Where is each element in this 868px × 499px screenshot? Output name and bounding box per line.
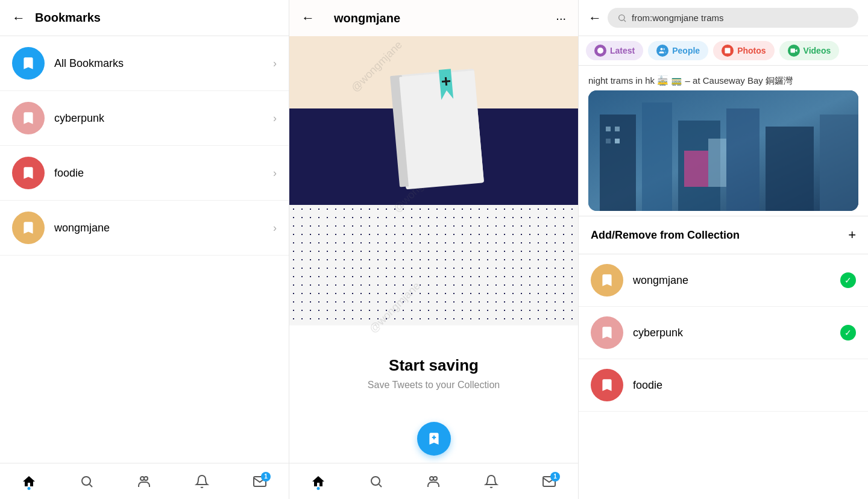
profile-nav-communities[interactable] bbox=[426, 474, 441, 489]
svg-point-0 bbox=[82, 477, 90, 485]
search-back-button[interactable]: ← bbox=[588, 10, 602, 26]
bookmark-item-cyberpunk[interactable]: cyberpunk › bbox=[0, 91, 289, 146]
check-wongmjane: ✓ bbox=[840, 272, 856, 288]
book-illustration bbox=[368, 54, 500, 225]
bookmarks-title: Bookmarks bbox=[35, 11, 101, 25]
svg-rect-26 bbox=[642, 102, 672, 211]
svg-line-17 bbox=[624, 20, 626, 22]
profile-nav-dot bbox=[316, 487, 319, 490]
back-button[interactable]: ← bbox=[12, 10, 25, 26]
tab-latest-label: Latest bbox=[610, 46, 635, 55]
bookmark-icon-wongmjane bbox=[12, 212, 45, 244]
svg-marker-22 bbox=[795, 49, 797, 52]
more-options-button[interactable]: ··· bbox=[556, 11, 566, 25]
nav-notifications[interactable] bbox=[195, 474, 209, 489]
panel-search: ← from:wongmjane trams Latest People Pho… bbox=[579, 0, 868, 499]
videos-icon bbox=[788, 45, 800, 57]
search-input-box[interactable]: from:wongmjane trams bbox=[608, 8, 858, 28]
profile-header: ← wongmjane ··· bbox=[289, 0, 578, 36]
svg-line-9 bbox=[442, 81, 450, 81]
tab-photos[interactable]: Photos bbox=[713, 41, 774, 60]
cta-title: Start saving bbox=[289, 356, 578, 375]
bottom-nav-panel1: 1 bbox=[0, 463, 289, 499]
panel-bookmarks: ← Bookmarks All Bookmarks › cyberpunk › … bbox=[0, 0, 289, 499]
svg-point-12 bbox=[371, 477, 380, 485]
collection-icon-cyberpunk bbox=[591, 316, 623, 349]
svg-rect-35 bbox=[684, 151, 708, 187]
add-collection-button[interactable]: + bbox=[848, 227, 856, 243]
nav-messages[interactable]: 1 bbox=[253, 474, 267, 489]
collection-icon-wongmjane bbox=[591, 264, 623, 297]
latest-icon bbox=[594, 45, 606, 57]
svg-rect-31 bbox=[606, 127, 611, 131]
chevron-icon: › bbox=[273, 222, 277, 234]
collection-label-cyberpunk: cyberpunk bbox=[633, 327, 840, 339]
bookmark-item-wongmjane[interactable]: wongmjane › bbox=[0, 201, 289, 256]
svg-point-21 bbox=[726, 49, 728, 51]
nav-communities[interactable] bbox=[137, 474, 151, 489]
bookmark-icon-all bbox=[12, 47, 45, 80]
collection-header: Add/Remove from Collection + bbox=[579, 216, 868, 254]
bookmark-icon-cyberpunk bbox=[12, 102, 45, 134]
bookmark-list: All Bookmarks › cyberpunk › foodie › won… bbox=[0, 36, 289, 463]
search-result-text: night trams in hk 🚋 🚃 – at Causeway Bay … bbox=[579, 66, 868, 90]
search-result-image bbox=[588, 90, 858, 211]
svg-rect-23 bbox=[790, 49, 795, 53]
check-cyberpunk: ✓ bbox=[840, 325, 856, 341]
tab-people-label: People bbox=[672, 46, 700, 55]
svg-rect-33 bbox=[606, 139, 611, 143]
profile-back-button[interactable]: ← bbox=[301, 10, 315, 26]
nav-dot bbox=[27, 487, 30, 490]
profile-title: wongmjane bbox=[334, 11, 400, 25]
profile-nav-search[interactable] bbox=[369, 474, 383, 489]
collection-label-wongmjane: wongmjane bbox=[633, 274, 840, 287]
svg-line-13 bbox=[379, 484, 381, 486]
svg-point-19 bbox=[661, 48, 663, 51]
svg-rect-28 bbox=[726, 108, 760, 211]
bookmark-item-foodie[interactable]: foodie › bbox=[0, 146, 289, 201]
svg-point-15 bbox=[433, 477, 437, 480]
profile-nav-messages[interactable]: 1 bbox=[542, 474, 556, 489]
profile-nav-home[interactable] bbox=[311, 474, 326, 489]
svg-rect-29 bbox=[766, 127, 814, 211]
tab-photos-label: Photos bbox=[737, 46, 766, 55]
svg-rect-32 bbox=[615, 127, 620, 131]
profile-header-left: ← wongmjane bbox=[301, 10, 400, 26]
filter-tabs: Latest People Photos Videos bbox=[579, 36, 868, 66]
svg-rect-36 bbox=[708, 139, 726, 187]
chevron-icon: › bbox=[273, 57, 277, 70]
collection-item-cyberpunk[interactable]: cyberpunk ✓ bbox=[579, 307, 868, 359]
bookmark-label-foodie: foodie bbox=[54, 167, 273, 180]
svg-rect-30 bbox=[820, 115, 858, 211]
svg-rect-34 bbox=[615, 139, 620, 143]
people-icon bbox=[656, 45, 668, 57]
nav-home[interactable] bbox=[22, 474, 36, 489]
tab-videos-label: Videos bbox=[804, 46, 831, 55]
bookmark-label-all: All Bookmarks bbox=[54, 57, 273, 70]
search-query: from:wongmjane trams bbox=[632, 13, 724, 23]
collection-item-wongmjane[interactable]: wongmjane ✓ bbox=[579, 254, 868, 307]
collection-label-foodie: foodie bbox=[633, 379, 856, 392]
profile-mail-badge: 1 bbox=[550, 472, 560, 482]
bookmark-icon-foodie bbox=[12, 157, 45, 189]
bookmark-item-all[interactable]: All Bookmarks › bbox=[0, 36, 289, 91]
photos-icon bbox=[722, 45, 734, 57]
cta-area: Start saving Save Tweets to your Collect… bbox=[289, 356, 578, 391]
mail-badge: 1 bbox=[261, 472, 271, 482]
bookmark-label-cyberpunk: cyberpunk bbox=[54, 112, 273, 125]
search-bar: ← from:wongmjane trams bbox=[579, 0, 868, 36]
collection-dropdown: Add/Remove from Collection + wongmjane ✓… bbox=[579, 216, 868, 412]
panel-profile: ← wongmjane ··· bbox=[289, 0, 579, 499]
svg-point-3 bbox=[144, 477, 148, 480]
illustration-area: @wongmjane @wongmjane @wongmjane Start s… bbox=[289, 0, 578, 463]
tab-people[interactable]: People bbox=[648, 41, 708, 60]
tab-videos[interactable]: Videos bbox=[779, 41, 840, 60]
fab-add-bookmark[interactable] bbox=[417, 422, 451, 456]
tab-latest[interactable]: Latest bbox=[586, 41, 643, 60]
collection-item-foodie[interactable]: foodie bbox=[579, 359, 868, 412]
profile-bottom-nav: 1 bbox=[289, 463, 578, 499]
bookmarks-header: ← Bookmarks bbox=[0, 0, 289, 36]
nav-search[interactable] bbox=[80, 474, 94, 489]
chevron-icon: › bbox=[273, 112, 277, 125]
profile-nav-notifications[interactable] bbox=[484, 474, 498, 489]
